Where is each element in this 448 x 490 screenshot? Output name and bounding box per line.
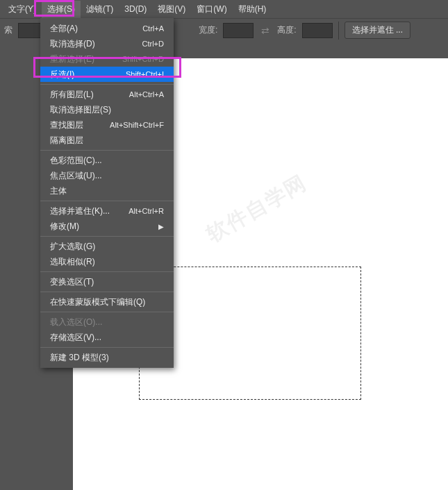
menu-item-shortcut: Shift+Ctrl+I <box>126 70 164 78</box>
menu-separator <box>40 150 174 151</box>
select-and-mask-button[interactable]: 选择并遮住 ... <box>345 22 410 39</box>
menu-item[interactable]: 新建 3D 模型(3) <box>40 350 174 365</box>
menu-item: 重新选择(E)Shift+Ctrl+D <box>40 51 174 67</box>
select-menu-dropdown: 全部(A)Ctrl+A取消选择(D)Ctrl+D重新选择(E)Shift+Ctr… <box>40 18 174 368</box>
menu-item[interactable]: 所有图层(L)Alt+Ctrl+A <box>40 87 174 102</box>
submenu-arrow-icon: ▶ <box>158 223 164 230</box>
menu-item[interactable]: 焦点区域(U)... <box>40 168 174 183</box>
menu-separator <box>40 312 174 312</box>
menu-item-label: 扩大选取(G) <box>50 241 95 253</box>
width-input[interactable] <box>223 23 254 38</box>
menu-item-label: 取消选择(D) <box>50 38 95 50</box>
width-label: 宽度: <box>199 24 217 36</box>
menu-item-label: 所有图层(L) <box>50 89 94 101</box>
divider <box>338 22 339 40</box>
menu-separator <box>40 236 174 237</box>
menu-item[interactable]: 查找图层Alt+Shift+Ctrl+F <box>40 117 174 133</box>
menu-separator <box>40 84 174 85</box>
menu-item[interactable]: 在快速蒙版模式下编辑(Q) <box>40 294 174 310</box>
menu-item-label: 修改(M) <box>50 221 79 233</box>
menu-item[interactable]: 全部(A)Ctrl+A <box>40 21 174 36</box>
menu-item[interactable]: 色彩范围(C)... <box>40 153 174 168</box>
menu-item-shortcut: Ctrl+D <box>142 40 164 48</box>
menu-text[interactable]: 文字(Y) <box>3 1 42 18</box>
height-label: 高度: <box>277 24 296 36</box>
swap-icon[interactable]: ⇄ <box>259 25 272 36</box>
menu-separator <box>40 201 174 201</box>
menu-item-shortcut: Alt+Shift+Ctrl+F <box>110 121 164 129</box>
menu-item[interactable]: 主体 <box>40 183 174 198</box>
menu-item-label: 取消选择图层(S) <box>50 104 111 116</box>
menu-item[interactable]: 选择并遮住(K)...Alt+Ctrl+R <box>40 203 174 219</box>
menu-item-label: 在快速蒙版模式下编辑(Q) <box>50 296 145 308</box>
menu-item-label: 查找图层 <box>50 119 83 131</box>
menu-item-shortcut: Alt+Ctrl+R <box>128 207 164 215</box>
menu-item-label: 全部(A) <box>50 23 78 35</box>
menu-item-label: 选择并遮住(K)... <box>50 205 110 217</box>
menu-item[interactable]: 存储选区(V)... <box>40 330 174 345</box>
menu-separator <box>40 347 174 348</box>
menu-item-label: 变换选区(T) <box>50 276 94 288</box>
menu-item-label: 载入选区(O)... <box>50 316 102 328</box>
menu-item: 载入选区(O)... <box>40 314 174 330</box>
menu-item-label: 选取相似(R) <box>50 256 95 268</box>
menu-item[interactable]: 选取相似(R) <box>40 254 174 269</box>
menu-item[interactable]: 变换选区(T) <box>40 274 174 289</box>
menu-filter[interactable]: 滤镜(T) <box>81 1 119 18</box>
menu-item-label: 隔离图层 <box>50 135 83 146</box>
menubar: 文字(Y) 选择(S) 滤镜(T) 3D(D) 视图(V) 窗口(W) 帮助(H… <box>0 0 448 18</box>
menu-item-shortcut: Ctrl+A <box>142 24 164 33</box>
menu-separator <box>40 292 174 292</box>
menu-item-shortcut: Shift+Ctrl+D <box>122 55 164 63</box>
menu-item[interactable]: 取消选择图层(S) <box>40 102 174 117</box>
menu-separator <box>40 271 174 272</box>
menu-item[interactable]: 修改(M)▶ <box>40 219 174 234</box>
menu-window[interactable]: 窗口(W) <box>191 1 232 18</box>
search-label: 索 <box>4 24 13 36</box>
height-input[interactable] <box>302 23 333 38</box>
menu-item-label: 焦点区域(U)... <box>50 170 102 182</box>
menu-item[interactable]: 取消选择(D)Ctrl+D <box>40 36 174 51</box>
menu-help[interactable]: 帮助(H) <box>233 1 272 18</box>
menu-item-label: 反选(I) <box>50 69 74 81</box>
menu-item-label: 存储选区(V)... <box>50 332 101 344</box>
menu-item[interactable]: 扩大选取(G) <box>40 239 174 254</box>
menu-item-label: 重新选择(E) <box>50 53 94 65</box>
menu-item-label: 色彩范围(C)... <box>50 155 102 167</box>
menu-item-shortcut: Alt+Ctrl+A <box>129 90 164 99</box>
menu-item-label: 主体 <box>50 185 67 197</box>
menu-item[interactable]: 隔离图层 <box>40 133 174 148</box>
menu-select[interactable]: 选择(S) <box>42 1 81 18</box>
menu-item-label: 新建 3D 模型(3) <box>50 352 109 364</box>
menu-item[interactable]: 反选(I)Shift+Ctrl+I <box>40 67 174 82</box>
menu-view[interactable]: 视图(V) <box>152 1 191 18</box>
menu-3d[interactable]: 3D(D) <box>119 1 152 17</box>
